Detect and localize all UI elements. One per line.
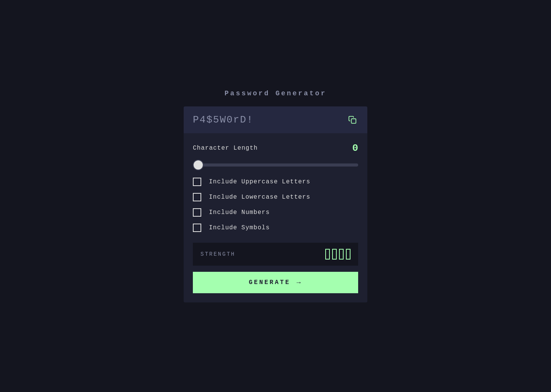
checkbox-lowercase[interactable]: Include Lowercase Letters (193, 193, 358, 201)
checkbox-uppercase[interactable]: Include Uppercase Letters (193, 178, 358, 186)
arrow-right-icon: → (297, 279, 302, 286)
checkbox-numbers-label: Include Numbers (209, 209, 270, 216)
checkbox-numbers-input[interactable] (193, 208, 201, 217)
char-length-label: Character Length (193, 145, 258, 152)
copy-icon (348, 116, 357, 124)
password-output: P4$5W0rD! (193, 114, 253, 126)
checkbox-numbers[interactable]: Include Numbers (193, 208, 358, 217)
checkbox-symbols-label: Include Symbols (209, 224, 270, 231)
checkbox-symbols-input[interactable] (193, 224, 201, 232)
strength-indicator: STRENGTH (193, 243, 358, 266)
char-length-header: Character Length 0 (193, 142, 358, 154)
password-generator-card: P4$5W0rD! Character Length 0 Include Upp… (184, 106, 367, 302)
slider-container (193, 162, 358, 168)
strength-label: STRENGTH (201, 251, 235, 257)
char-length-value: 0 (352, 142, 358, 154)
page-title: Password Generator (225, 90, 326, 97)
copy-button[interactable] (347, 114, 358, 126)
checkbox-symbols[interactable]: Include Symbols (193, 224, 358, 232)
checkbox-uppercase-label: Include Uppercase Letters (209, 178, 310, 185)
checkbox-lowercase-label: Include Lowercase Letters (209, 194, 310, 201)
checkbox-lowercase-input[interactable] (193, 193, 201, 201)
strength-bar-3 (339, 249, 344, 260)
password-display-section: P4$5W0rD! (184, 106, 367, 133)
generate-button-label: GENERATE (249, 279, 290, 286)
strength-bar-1 (325, 249, 330, 260)
strength-bar-4 (346, 249, 350, 260)
char-length-slider[interactable] (193, 163, 358, 167)
svg-rect-0 (351, 119, 356, 123)
strength-bar-2 (332, 249, 337, 260)
generate-button[interactable]: GENERATE → (193, 272, 358, 293)
checkbox-uppercase-input[interactable] (193, 178, 201, 186)
strength-bars (325, 249, 350, 260)
checkbox-group: Include Uppercase Letters Include Lowerc… (193, 178, 358, 232)
settings-panel: Character Length 0 Include Uppercase Let… (184, 133, 367, 302)
